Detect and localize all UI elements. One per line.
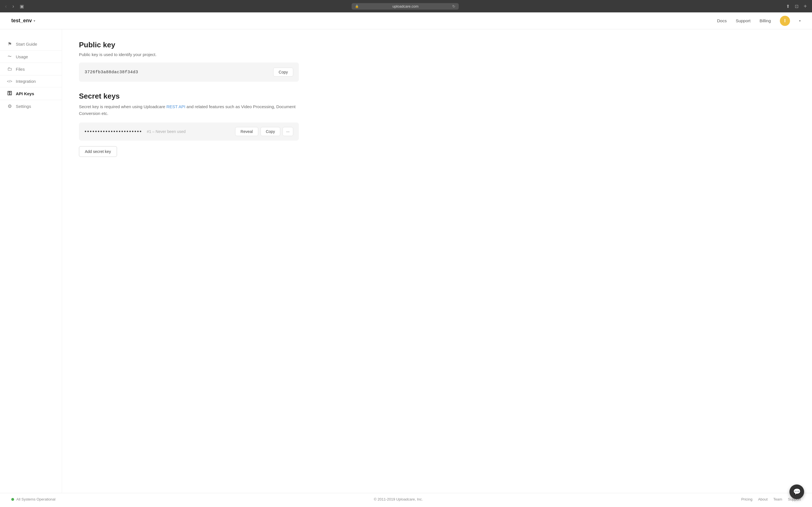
- sidebar-label-files: Files: [16, 67, 25, 71]
- browser-actions: ⬆ ⊡ +: [784, 2, 809, 11]
- sidebar-label-usage: Usage: [16, 54, 28, 59]
- footer-status: All Systems Operational: [11, 497, 56, 501]
- header-nav: Docs Support Billing I ▾: [717, 16, 801, 26]
- start-guide-icon: ⚑: [7, 41, 12, 47]
- add-secret-key-button[interactable]: Add secret key: [79, 146, 117, 157]
- secret-keys-title: Secret keys: [79, 92, 299, 101]
- settings-icon: ⚙: [7, 103, 12, 109]
- sidebar: ⚑ Start Guide 〜 Usage 🗀 Files </> Integr…: [0, 29, 62, 493]
- chat-button[interactable]: 💬: [790, 485, 804, 499]
- app-body: ⚑ Start Guide 〜 Usage 🗀 Files </> Integr…: [0, 29, 812, 493]
- docs-link[interactable]: Docs: [717, 18, 726, 23]
- public-key-value: 3726fb3a88dac38f34d3: [85, 70, 138, 75]
- reveal-secret-key-button[interactable]: Reveal: [235, 127, 258, 136]
- secret-key-desc-prefix: Secret key is required when using Upload…: [79, 104, 166, 109]
- sidebar-item-usage[interactable]: 〜 Usage: [0, 51, 62, 63]
- sidebar-item-integration[interactable]: </> Integration: [0, 75, 62, 87]
- billing-link[interactable]: Billing: [760, 18, 771, 23]
- public-key-title: Public key: [79, 41, 299, 49]
- sidebar-label-api-keys: API Keys: [16, 91, 34, 96]
- api-keys-icon: ⚿: [7, 91, 12, 96]
- public-key-description: Public key is used to identify your proj…: [79, 52, 299, 57]
- browser-chrome: ‹ › ▣ 🔒 uploadcare.com ↻ ⬆ ⊡ +: [0, 0, 812, 12]
- pricing-link[interactable]: Pricing: [741, 497, 753, 501]
- about-link[interactable]: About: [758, 497, 768, 501]
- support-link[interactable]: Support: [735, 18, 751, 23]
- app-footer: All Systems Operational © 2011-2019 Uplo…: [0, 493, 812, 505]
- team-link[interactable]: Team: [773, 497, 782, 501]
- chat-icon: 💬: [793, 488, 801, 496]
- sidebar-item-start-guide[interactable]: ⚑ Start Guide: [0, 38, 62, 51]
- sidebar-label-start-guide: Start Guide: [16, 42, 37, 47]
- public-key-box: 3726fb3a88dac38f34d3 Copy: [79, 62, 299, 82]
- status-text: All Systems Operational: [16, 497, 56, 501]
- secret-key-meta: #1 – Never been used: [147, 129, 231, 134]
- back-button[interactable]: ‹: [3, 2, 8, 10]
- sidebar-item-api-keys[interactable]: ⚿ API Keys: [0, 87, 62, 100]
- new-tab-button[interactable]: +: [802, 2, 809, 11]
- user-avatar[interactable]: I: [780, 16, 790, 26]
- sidebar-label-integration: Integration: [16, 79, 36, 83]
- address-bar: 🔒 uploadcare.com ↻: [352, 3, 459, 10]
- address-bar-wrapper: 🔒 uploadcare.com ↻: [28, 3, 782, 10]
- status-dot: [11, 498, 14, 501]
- share-button[interactable]: ⬆: [784, 2, 792, 11]
- integration-icon: </>: [7, 79, 12, 83]
- secret-key-description: Secret key is required when using Upload…: [79, 103, 299, 117]
- project-name: test_env: [11, 18, 32, 24]
- avatar-dropdown-arrow[interactable]: ▾: [799, 19, 801, 23]
- sidebar-item-files[interactable]: 🗀 Files: [0, 63, 62, 75]
- ssl-lock-icon: 🔒: [355, 4, 359, 8]
- reload-button[interactable]: ↻: [452, 4, 455, 8]
- copyright-text: © 2011-2019 Uploadcare, Inc.: [374, 497, 423, 501]
- footer-links: Pricing About Team Support: [741, 497, 801, 501]
- app-header: test_env ▾ Docs Support Billing I ▾: [0, 12, 812, 29]
- sidebar-toggle-button[interactable]: ▣: [18, 3, 26, 10]
- secret-key-dots: ••••••••••••••••••••••: [85, 129, 142, 135]
- usage-icon: 〜: [7, 54, 12, 59]
- copy-secret-key-button[interactable]: Copy: [260, 127, 281, 136]
- rest-api-link[interactable]: REST API: [166, 104, 185, 109]
- public-key-section: Public key Public key is used to identif…: [79, 41, 299, 82]
- more-options-button[interactable]: ···: [283, 127, 293, 136]
- secret-keys-section: Secret keys Secret key is required when …: [79, 92, 299, 157]
- forward-button[interactable]: ›: [11, 2, 16, 10]
- sidebar-label-settings: Settings: [16, 104, 31, 109]
- secret-key-row: •••••••••••••••••••••• #1 – Never been u…: [79, 122, 299, 140]
- files-icon: 🗀: [7, 66, 12, 72]
- fullscreen-button[interactable]: ⊡: [793, 2, 800, 11]
- url-text[interactable]: uploadcare.com: [361, 4, 451, 8]
- copy-public-key-button[interactable]: Copy: [273, 68, 293, 76]
- sidebar-item-settings[interactable]: ⚙ Settings: [0, 100, 62, 113]
- project-selector[interactable]: test_env ▾: [11, 18, 35, 24]
- main-content: Public key Public key is used to identif…: [62, 29, 316, 493]
- secret-key-actions: Reveal Copy ···: [235, 127, 293, 136]
- project-dropdown-arrow: ▾: [34, 19, 35, 23]
